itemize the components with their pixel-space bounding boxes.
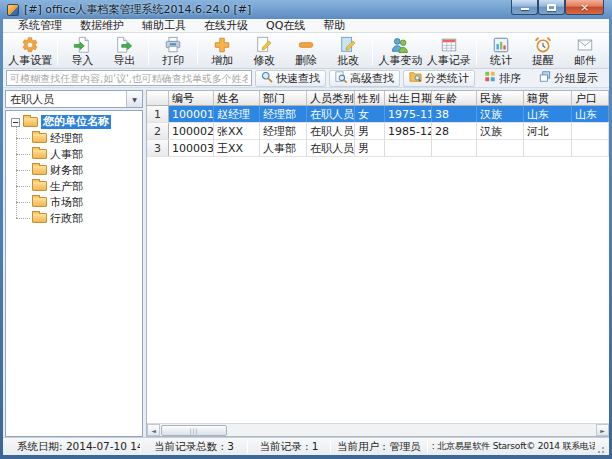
import-button[interactable]: 导入	[61, 34, 103, 68]
cell[interactable]: 男	[355, 140, 385, 156]
column-header[interactable]: 人员类别	[307, 91, 355, 105]
cell[interactable]: 河北	[524, 123, 572, 139]
cell[interactable]: 经理部	[260, 123, 307, 139]
tree-item-dept[interactable]: 生产部	[13, 178, 142, 194]
table-row[interactable]: 2 100002 张XX 经理部 在职人员 男 1985-12-09 28 汉族…	[147, 123, 609, 140]
cell[interactable]: 1975-11-30	[385, 106, 432, 122]
search-input[interactable]	[6, 70, 252, 86]
row-number[interactable]: 2	[147, 123, 169, 139]
statistics-button[interactable]: 统计	[480, 34, 522, 68]
column-header[interactable]: 籍贯	[524, 91, 572, 105]
cell[interactable]: 女	[355, 106, 385, 122]
cell[interactable]: 在职人员	[307, 106, 355, 122]
tree-item-dept[interactable]: 市场部	[13, 194, 142, 210]
export-button[interactable]: 导出	[103, 34, 145, 68]
tree-item-dept[interactable]: 财务部	[13, 162, 142, 178]
column-header[interactable]: 出生日期	[385, 91, 432, 105]
print-button[interactable]: 打印	[152, 34, 194, 68]
cell[interactable]	[572, 140, 609, 156]
export-icon	[115, 35, 133, 54]
column-header[interactable]: 户口	[572, 91, 609, 105]
horizontal-scrollbar[interactable]: ◄ ||| ►	[147, 423, 609, 436]
tree-connector	[16, 202, 30, 203]
personnel-settings-button[interactable]: 人事设置	[6, 34, 54, 68]
reminder-button[interactable]: 提醒	[522, 34, 564, 68]
menu-data-maintenance[interactable]: 数据维护	[71, 19, 133, 33]
tree-item-dept[interactable]: 人事部	[13, 146, 142, 162]
cell[interactable]: 汉族	[477, 123, 524, 139]
quick-find-button[interactable]: 快速查找	[255, 70, 326, 87]
personnel-record-button[interactable]: 人事记录	[425, 34, 473, 68]
cell[interactable]: 在职人员	[307, 123, 355, 139]
column-header[interactable]: 民族	[477, 91, 524, 105]
edit-icon	[255, 35, 273, 54]
personnel-change-icon	[390, 35, 410, 54]
cell[interactable]: 人事部	[260, 140, 307, 156]
maximize-button[interactable]	[538, 0, 565, 15]
menu-tools[interactable]: 辅助工具	[133, 19, 195, 33]
cell[interactable]: 100002	[169, 123, 214, 139]
cell[interactable]	[572, 123, 609, 139]
table-row[interactable]: 3 100003 王XX 人事部 在职人员 男	[147, 140, 609, 157]
row-number[interactable]: 3	[147, 140, 169, 156]
cell[interactable]: 汉族	[477, 106, 524, 122]
cell[interactable]: 张XX	[214, 123, 260, 139]
department-tree: 您的单位名称 经理部 人事部	[5, 110, 143, 437]
menu-help[interactable]: 帮助	[314, 19, 354, 33]
batch-edit-button[interactable]: 批改	[327, 34, 369, 68]
row-number[interactable]: 1	[147, 106, 169, 122]
sort-button[interactable]: 排序	[478, 70, 527, 87]
column-header[interactable]: 年龄	[432, 91, 477, 105]
cell[interactable]	[385, 140, 432, 156]
cell[interactable]	[524, 140, 572, 156]
column-header[interactable]: 部门	[260, 91, 307, 105]
table-row[interactable]: 1 100001 赵经理 经理部 在职人员 女 1975-11-30 38 汉族…	[147, 106, 609, 123]
close-button[interactable]: ×	[565, 0, 604, 15]
minimize-button[interactable]	[511, 0, 538, 15]
edit-button[interactable]: 修改	[243, 34, 285, 68]
mail-button[interactable]: 邮件	[564, 34, 606, 68]
column-header[interactable]: 编号	[169, 91, 214, 105]
printer-icon	[164, 35, 182, 54]
cell[interactable]: 山东	[572, 106, 609, 122]
column-header[interactable]: 性别	[355, 91, 385, 105]
add-button[interactable]: 增加	[201, 34, 243, 68]
personnel-filter-dropdown[interactable]: 在职人员 ▼	[5, 90, 143, 108]
advanced-find-button[interactable]: 高级查找	[329, 70, 400, 87]
scroll-right-arrow-icon[interactable]: ►	[596, 424, 609, 436]
cell[interactable]: 100003	[169, 140, 214, 156]
cell[interactable]: 1985-12-09	[385, 123, 432, 139]
add-icon	[213, 35, 231, 54]
cell[interactable]	[432, 140, 477, 156]
personnel-change-button[interactable]: 人事变动	[376, 34, 424, 68]
resize-grip[interactable]	[597, 444, 607, 454]
cell[interactable]: 在职人员	[307, 140, 355, 156]
menu-online-upgrade[interactable]: 在线升级	[195, 19, 257, 33]
cell[interactable]	[477, 140, 524, 156]
cell[interactable]: 男	[355, 123, 385, 139]
tree-connector	[16, 218, 30, 219]
cell[interactable]: 王XX	[214, 140, 260, 156]
status-current-record: 当前记录 : 1	[248, 440, 330, 454]
delete-button[interactable]: 删除	[285, 34, 327, 68]
cell[interactable]: 经理部	[260, 106, 307, 122]
tree-root-item[interactable]: 您的单位名称	[8, 114, 142, 130]
column-header[interactable]: 姓名	[214, 91, 260, 105]
collapse-icon[interactable]	[11, 118, 20, 127]
cell[interactable]: 100001	[169, 106, 214, 122]
cell[interactable]: 赵经理	[214, 106, 260, 122]
tree-item-dept[interactable]: 行政部	[13, 210, 142, 226]
menu-qq-online[interactable]: QQ在线	[257, 19, 314, 33]
gear-icon	[21, 35, 39, 54]
cell[interactable]: 28	[432, 123, 477, 139]
folder-icon	[32, 181, 47, 191]
folder-icon	[23, 117, 38, 127]
tree-item-dept[interactable]: 经理部	[13, 130, 142, 146]
cell[interactable]: 38	[432, 106, 477, 122]
group-display-button[interactable]: 分组显示	[533, 70, 604, 87]
scrollbar-thumb[interactable]: |||	[161, 425, 227, 436]
menu-system[interactable]: 系统管理	[9, 19, 71, 33]
scroll-left-arrow-icon[interactable]: ◄	[147, 424, 160, 436]
category-stats-button[interactable]: 分类统计	[403, 70, 475, 87]
cell[interactable]: 山东	[524, 106, 572, 122]
